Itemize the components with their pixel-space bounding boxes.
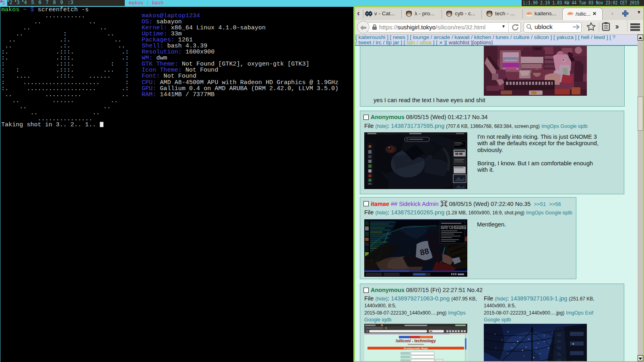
svg-text:Posting mode: Reply: Posting mode: Reply <box>404 347 428 350</box>
svg-text:/silicon/ - technology: /silicon/ - technology <box>396 339 436 343</box>
